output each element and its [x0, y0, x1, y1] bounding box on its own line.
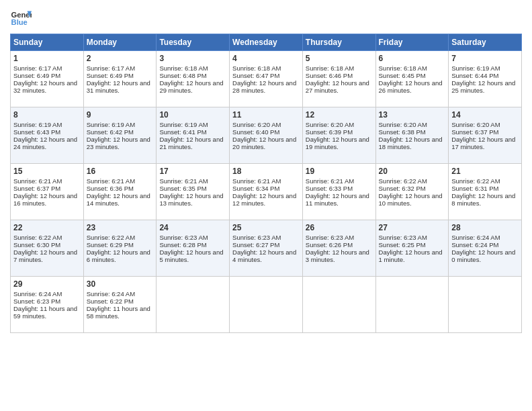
day-number: 18 — [232, 167, 300, 176]
sunrise-label: Sunrise: 6:19 AM — [13, 121, 62, 128]
calendar-cell: 10Sunrise: 6:19 AMSunset: 6:41 PMDayligh… — [157, 107, 230, 164]
day-number: 4 — [232, 54, 300, 63]
day-number: 24 — [159, 223, 226, 232]
day-number: 16 — [87, 167, 154, 176]
logo-icon: General Blue — [10, 7, 32, 28]
sunset-label: Sunset: 6:49 PM — [13, 72, 60, 79]
calendar-cell: 17Sunrise: 6:21 AMSunset: 6:35 PMDayligh… — [157, 164, 230, 220]
day-number: 5 — [306, 54, 373, 63]
sunset-label: Sunset: 6:45 PM — [379, 72, 426, 79]
calendar-cell: 13Sunrise: 6:20 AMSunset: 6:38 PMDayligh… — [375, 107, 449, 164]
sunset-label: Sunset: 6:35 PM — [159, 185, 206, 192]
calendar-cell: 11Sunrise: 6:20 AMSunset: 6:40 PMDayligh… — [230, 107, 303, 164]
weekday-monday: Monday — [83, 34, 157, 51]
calendar-cell: 19Sunrise: 6:21 AMSunset: 6:33 PMDayligh… — [302, 164, 375, 220]
calendar-cell — [230, 277, 303, 333]
sunrise-label: Sunrise: 6:20 AM — [451, 121, 500, 128]
weekday-header-row: SundayMondayTuesdayWednesdayThursdayFrid… — [11, 34, 522, 51]
sunrise-label: Sunrise: 6:21 AM — [87, 177, 135, 185]
calendar-cell: 1Sunrise: 6:17 AMSunset: 6:49 PMDaylight… — [11, 51, 84, 107]
sunrise-label: Sunrise: 6:22 AM — [13, 234, 62, 241]
daylight-label: Daylight: 12 hours and 27 minutes. — [306, 79, 369, 94]
sunrise-label: Sunrise: 6:20 AM — [232, 121, 281, 128]
daylight-label: Daylight: 12 hours and 18 minutes. — [379, 136, 443, 150]
daylight-label: Daylight: 12 hours and 12 minutes. — [232, 192, 296, 207]
weekday-wednesday: Wednesday — [230, 34, 303, 51]
daylight-label: Daylight: 12 hours and 3 minutes. — [306, 248, 369, 263]
sunset-label: Sunset: 6:41 PM — [159, 128, 206, 136]
daylight-label: Daylight: 12 hours and 8 minutes. — [451, 192, 515, 207]
day-number: 3 — [159, 54, 226, 63]
daylight-label: Daylight: 12 hours and 23 minutes. — [87, 136, 150, 150]
sunrise-label: Sunrise: 6:17 AM — [13, 64, 62, 72]
weekday-friday: Friday — [375, 34, 449, 51]
logo: General Blue — [10, 7, 32, 28]
sunrise-label: Sunrise: 6:24 AM — [87, 290, 135, 298]
sunrise-label: Sunrise: 6:18 AM — [306, 64, 354, 72]
day-number: 14 — [451, 110, 519, 120]
calendar-cell: 8Sunrise: 6:19 AMSunset: 6:43 PMDaylight… — [11, 107, 84, 164]
day-number: 1 — [13, 54, 81, 63]
calendar-cell — [449, 277, 522, 333]
daylight-label: Daylight: 12 hours and 5 minutes. — [159, 248, 223, 263]
page: General Blue SundayMondayTuesdayWednesda… — [0, 0, 532, 411]
day-number: 15 — [13, 167, 81, 176]
sunrise-label: Sunrise: 6:20 AM — [379, 121, 427, 128]
calendar-cell: 4Sunrise: 6:18 AMSunset: 6:47 PMDaylight… — [230, 51, 303, 107]
weekday-sunday: Sunday — [11, 34, 84, 51]
daylight-label: Daylight: 12 hours and 24 minutes. — [13, 136, 77, 150]
calendar-cell: 2Sunrise: 6:17 AMSunset: 6:49 PMDaylight… — [83, 51, 157, 107]
calendar-cell — [375, 277, 449, 333]
daylight-label: Daylight: 12 hours and 16 minutes. — [13, 192, 77, 207]
calendar-cell — [157, 277, 230, 333]
sunset-label: Sunset: 6:39 PM — [306, 128, 353, 136]
day-number: 19 — [306, 167, 373, 176]
daylight-label: Daylight: 12 hours and 11 minutes. — [306, 192, 369, 207]
sunrise-label: Sunrise: 6:21 AM — [306, 177, 354, 185]
week-row-3: 15Sunrise: 6:21 AMSunset: 6:37 PMDayligh… — [11, 164, 522, 220]
sunset-label: Sunset: 6:26 PM — [306, 241, 353, 248]
calendar-cell: 28Sunrise: 6:24 AMSunset: 6:24 PMDayligh… — [449, 220, 522, 277]
weekday-saturday: Saturday — [449, 34, 522, 51]
calendar-cell: 16Sunrise: 6:21 AMSunset: 6:36 PMDayligh… — [83, 164, 157, 220]
week-row-2: 8Sunrise: 6:19 AMSunset: 6:43 PMDaylight… — [11, 107, 522, 164]
calendar-cell: 22Sunrise: 6:22 AMSunset: 6:30 PMDayligh… — [11, 220, 84, 277]
day-number: 7 — [451, 54, 519, 63]
sunset-label: Sunset: 6:23 PM — [13, 298, 60, 305]
sunset-label: Sunset: 6:46 PM — [306, 72, 353, 79]
daylight-label: Daylight: 11 hours and 58 minutes. — [87, 305, 150, 320]
sunset-label: Sunset: 6:42 PM — [87, 128, 134, 136]
calendar-cell: 25Sunrise: 6:23 AMSunset: 6:27 PMDayligh… — [230, 220, 303, 277]
sunrise-label: Sunrise: 6:19 AM — [87, 121, 135, 128]
sunset-label: Sunset: 6:28 PM — [159, 241, 206, 248]
day-number: 10 — [159, 110, 226, 120]
calendar-cell: 21Sunrise: 6:22 AMSunset: 6:31 PMDayligh… — [449, 164, 522, 220]
day-number: 28 — [451, 223, 519, 232]
calendar-cell: 23Sunrise: 6:22 AMSunset: 6:29 PMDayligh… — [83, 220, 157, 277]
calendar-cell: 20Sunrise: 6:22 AMSunset: 6:32 PMDayligh… — [375, 164, 449, 220]
calendar-cell: 29Sunrise: 6:24 AMSunset: 6:23 PMDayligh… — [11, 277, 84, 333]
sunrise-label: Sunrise: 6:22 AM — [379, 177, 427, 185]
day-number: 27 — [379, 223, 446, 232]
calendar-cell: 26Sunrise: 6:23 AMSunset: 6:26 PMDayligh… — [302, 220, 375, 277]
day-number: 12 — [306, 110, 373, 120]
day-number: 2 — [87, 54, 154, 63]
sunset-label: Sunset: 6:44 PM — [451, 72, 498, 79]
daylight-label: Daylight: 12 hours and 7 minutes. — [13, 248, 77, 263]
calendar-cell: 3Sunrise: 6:18 AMSunset: 6:48 PMDaylight… — [157, 51, 230, 107]
sunrise-label: Sunrise: 6:21 AM — [232, 177, 281, 185]
daylight-label: Daylight: 12 hours and 0 minutes. — [451, 248, 515, 263]
sunrise-label: Sunrise: 6:21 AM — [13, 177, 62, 185]
calendar-cell: 5Sunrise: 6:18 AMSunset: 6:46 PMDaylight… — [302, 51, 375, 107]
daylight-label: Daylight: 12 hours and 26 minutes. — [379, 79, 443, 94]
calendar-cell: 18Sunrise: 6:21 AMSunset: 6:34 PMDayligh… — [230, 164, 303, 220]
daylight-label: Daylight: 12 hours and 1 minute. — [379, 248, 443, 263]
day-number: 26 — [306, 223, 373, 232]
sunrise-label: Sunrise: 6:23 AM — [379, 234, 427, 241]
calendar-cell: 27Sunrise: 6:23 AMSunset: 6:25 PMDayligh… — [375, 220, 449, 277]
day-number: 17 — [159, 167, 226, 176]
daylight-label: Daylight: 12 hours and 25 minutes. — [451, 79, 515, 94]
calendar-cell: 15Sunrise: 6:21 AMSunset: 6:37 PMDayligh… — [11, 164, 84, 220]
sunrise-label: Sunrise: 6:24 AM — [451, 234, 500, 241]
sunset-label: Sunset: 6:34 PM — [232, 185, 279, 192]
